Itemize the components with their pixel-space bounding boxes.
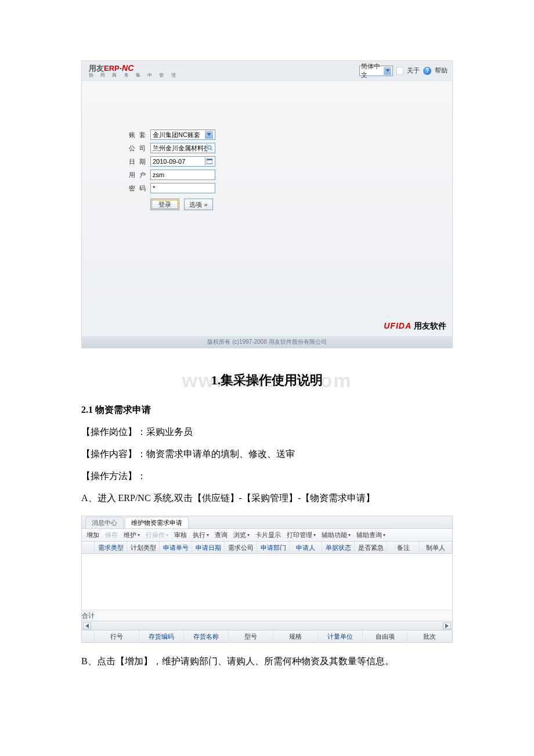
col-line-no[interactable]: 行号 [95, 631, 139, 642]
copyright-text: 版权所有 (c)1997-2008 用友软件股份有限公司 [207, 338, 326, 346]
company-value: 兰州金川金属材料技术公司 [153, 144, 207, 153]
language-value: 简体中文 [361, 62, 384, 80]
col-urgent[interactable]: 是否紧急 [355, 542, 387, 553]
toolbar-cardview[interactable]: 卡片显示 [255, 531, 281, 539]
calendar-icon[interactable] [205, 157, 213, 165]
tab-maintain-request[interactable]: 维护物资需求申请 [125, 517, 189, 528]
col-batch[interactable]: 批次 [407, 631, 452, 642]
tabs-bar: 消息中心 维护物资需求申请 [82, 516, 452, 529]
brand-logo: 用友ERP-NC 协 同 商 务 集 中 管 理 [89, 64, 179, 78]
language-select[interactable]: 简体中文 [359, 66, 393, 76]
upper-grid-header: 需求类型 计划类型 申请单号 申请日期 需求公司 申请部门 申请人 单据状态 是… [82, 542, 452, 554]
scroll-left-icon[interactable] [83, 622, 91, 629]
ufida-brand: UFIDA用友软件 [384, 321, 446, 332]
about-link[interactable]: 关于 [407, 66, 420, 75]
svg-line-5 [211, 149, 212, 150]
copyright-bar: 版权所有 (c)1997-2008 用友软件股份有限公司 [82, 336, 452, 348]
svg-marker-9 [445, 624, 449, 628]
col-inv-name[interactable]: 存货名称 [184, 631, 229, 642]
account-label: 账 套 [128, 131, 150, 139]
ufida-cn: 用友软件 [414, 321, 446, 330]
upper-grid-footer: 合计 [82, 610, 452, 621]
brand-prefix: 用友 [89, 64, 104, 73]
col-demand-type[interactable]: 需求类型 [95, 542, 127, 553]
col-apply-no[interactable]: 申请单号 [160, 542, 192, 553]
svg-marker-3 [207, 133, 211, 136]
chevron-down-icon [384, 67, 391, 75]
document-body: 2.1 物资需求申请 【操作岗位】：采购业务员 【操作内容】：物资需求申请单的填… [0, 401, 534, 507]
login-screenshot: 用友ERP-NC 协 同 商 务 集 中 管 理 简体中文 关于 ? 帮助 [81, 60, 453, 348]
help-icon: ? [423, 67, 431, 75]
document-body-cont: B、点击【增加】，维护请购部门、请购人、所需何种物资及其数量等信息。 [0, 652, 534, 671]
password-value: * [153, 185, 155, 192]
brand-erp: ERP [104, 64, 120, 73]
toolbar-save: 保存 [105, 531, 118, 539]
col-model[interactable]: 型号 [229, 631, 273, 642]
toolbar-add[interactable]: 增加 [86, 531, 99, 539]
toolbar-print[interactable]: 打印管理▾ [287, 531, 316, 539]
svg-rect-7 [207, 159, 212, 160]
upper-grid: 需求类型 计划类型 申请单号 申请日期 需求公司 申请部门 申请人 单据状态 是… [82, 542, 452, 630]
para-step-b: B、点击【增加】，维护请购部门、请购人、所需何种物资及其数量等信息。 [81, 652, 453, 671]
col-inv-code[interactable]: 存货编码 [139, 631, 184, 642]
upper-grid-body[interactable] [82, 554, 452, 610]
account-select[interactable]: 金川集团NC账套 [150, 129, 215, 140]
col-apply-dept[interactable]: 申请部门 [257, 542, 290, 553]
col-spec[interactable]: 规格 [273, 631, 318, 642]
toolbar: 增加 保存 维护▾ 行操作▾ 审核 执行▾ 查询 浏览▾ 卡片显示 打印管理▾ … [82, 529, 452, 542]
date-value: 2010-09-07 [153, 158, 185, 165]
date-input[interactable]: 2010-09-07 [150, 156, 215, 167]
brand-nc: NC [122, 63, 134, 73]
section-title: 1.集采操作使用说明 [0, 372, 534, 389]
toolbar-maintain[interactable]: 维护▾ [124, 531, 140, 539]
col-bill-status[interactable]: 单据状态 [322, 542, 355, 553]
col-remark[interactable]: 备注 [387, 542, 420, 553]
lower-grid-header: 行号 存货编码 存货名称 型号 规格 计量单位 自由项 批次 [82, 630, 452, 642]
company-input[interactable]: 兰州金川金属材料技术公司 [150, 143, 215, 153]
toolbar-query[interactable]: 查询 [215, 531, 228, 539]
scroll-right-icon[interactable] [443, 622, 451, 629]
svg-marker-8 [85, 624, 89, 628]
toolbar-browse[interactable]: 浏览▾ [233, 531, 250, 539]
login-button[interactable]: 登录 [150, 199, 179, 210]
col-apply-date[interactable]: 申请日期 [192, 542, 225, 553]
login-form: 账 套 金川集团NC账套 公 司 兰州金川金属材料技术公司 日 期 2010-0… [128, 128, 215, 211]
para-role: 【操作岗位】：采购业务员 [81, 423, 453, 441]
ufida-en: UFIDA [384, 321, 412, 330]
col-maker[interactable]: 制单人 [420, 542, 452, 553]
col-demand-company[interactable]: 需求公司 [225, 542, 257, 553]
toolbar-exec[interactable]: 执行▾ [193, 531, 209, 539]
horizontal-scrollbar[interactable] [82, 621, 452, 630]
para-content: 【操作内容】：物资需求申请单的填制、修改、送审 [81, 445, 453, 463]
date-label: 日 期 [128, 157, 150, 166]
tab-message-center[interactable]: 消息中心 [85, 517, 124, 528]
toolbar-review[interactable]: 审核 [174, 531, 187, 539]
password-input[interactable]: * [150, 183, 215, 193]
help-link[interactable]: 帮助 [435, 66, 448, 75]
svg-marker-0 [385, 69, 390, 72]
sum-label: 合计 [82, 610, 95, 621]
topbar-right: 简体中文 关于 ? 帮助 [359, 66, 448, 76]
search-icon[interactable] [207, 144, 213, 152]
user-label: 用 户 [128, 171, 150, 179]
user-value: zsm [153, 171, 164, 178]
sub-heading: 2.1 物资需求申请 [81, 401, 453, 419]
options-button[interactable]: 选项 » [184, 199, 213, 210]
grid-screenshot: 消息中心 维护物资需求申请 增加 保存 维护▾ 行操作▾ 审核 执行▾ 查询 浏… [81, 516, 453, 643]
password-label: 密 码 [128, 184, 150, 193]
toolbar-auxquery[interactable]: 辅助查询▾ [356, 531, 385, 539]
col-unit[interactable]: 计量单位 [318, 631, 363, 642]
col-applicant[interactable]: 申请人 [290, 542, 322, 553]
company-label: 公 司 [128, 144, 150, 153]
document-icon [396, 67, 403, 75]
brand-subtitle: 协 同 商 务 集 中 管 理 [89, 73, 179, 78]
login-topbar: 用友ERP-NC 协 同 商 务 集 中 管 理 简体中文 关于 ? 帮助 [82, 61, 452, 81]
col-free-item[interactable]: 自由项 [363, 631, 407, 642]
col-plan-type[interactable]: 计划类型 [127, 542, 160, 553]
row-selector-header [82, 542, 95, 553]
account-value: 金川集团NC账套 [153, 131, 200, 139]
toolbar-assist[interactable]: 辅助功能▾ [322, 531, 351, 539]
row-selector-header [82, 631, 95, 642]
user-input[interactable]: zsm [150, 170, 215, 180]
chevron-down-icon [205, 131, 213, 139]
